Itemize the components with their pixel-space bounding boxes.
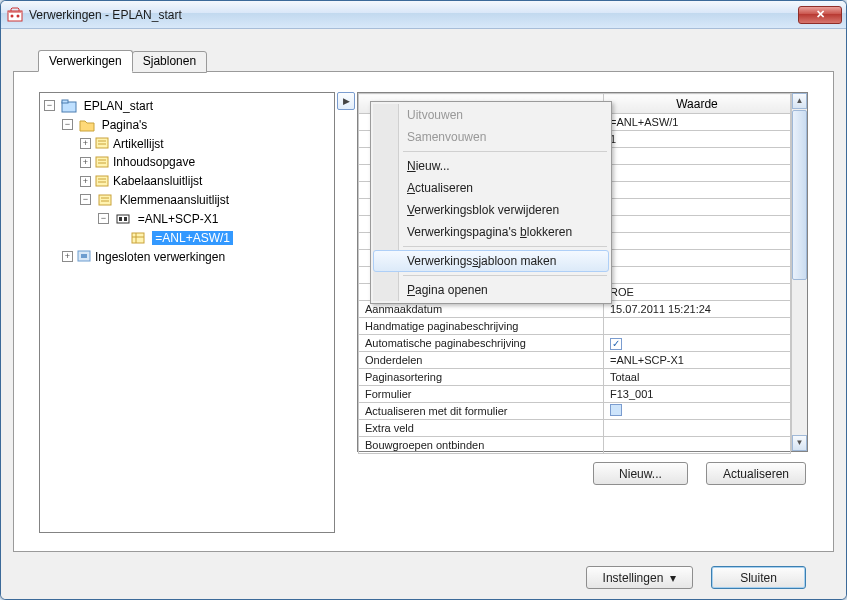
- menu-sjabloon-maken[interactable]: Verwerkingssjabloon maken: [373, 250, 609, 272]
- svg-point-1: [11, 14, 14, 17]
- tab-sjablonen[interactable]: Sjablonen: [132, 51, 207, 73]
- tree-item-selected[interactable]: =ANL+ASW/1: [152, 231, 233, 245]
- prop-value[interactable]: Totaal: [604, 369, 791, 386]
- sluiten-button[interactable]: Sluiten: [711, 566, 806, 589]
- col-header-value[interactable]: Waarde: [604, 94, 791, 114]
- prop-value[interactable]: [604, 165, 791, 182]
- menu-actualiseren[interactable]: Actualiseren: [373, 177, 609, 199]
- svg-rect-17: [117, 215, 129, 223]
- menu-nieuw[interactable]: Nieuw...: [373, 155, 609, 177]
- context-menu[interactable]: Uitvouwen Samenvouwen Nieuw... Actualise…: [370, 101, 612, 304]
- table-row[interactable]: Automatische paginabeschrijving✓: [359, 335, 791, 352]
- svg-rect-8: [96, 157, 108, 167]
- scroll-thumb[interactable]: [792, 110, 807, 280]
- prop-value[interactable]: 1: [604, 131, 791, 148]
- prop-value[interactable]: ✓: [604, 335, 791, 352]
- tree-item[interactable]: Artikellijst: [113, 136, 164, 150]
- table-row[interactable]: Actualiseren met dit formulier: [359, 403, 791, 420]
- window-title: Verwerkingen - EPLAN_start: [29, 8, 798, 22]
- svg-rect-14: [99, 195, 111, 205]
- svg-rect-20: [132, 233, 144, 243]
- collapse-icon[interactable]: −: [44, 100, 55, 111]
- prop-value[interactable]: [604, 437, 791, 454]
- prop-value[interactable]: 15.07.2011 15:21:24: [604, 301, 791, 318]
- svg-point-2: [17, 14, 20, 17]
- menu-pagina-openen[interactable]: Pagina openen: [373, 279, 609, 301]
- vertical-scrollbar[interactable]: ▲ ▼: [791, 93, 807, 451]
- collapse-icon[interactable]: −: [62, 119, 73, 130]
- prop-value[interactable]: [604, 250, 791, 267]
- form-icon: [97, 193, 113, 207]
- prop-value[interactable]: [604, 182, 791, 199]
- svg-rect-24: [81, 254, 87, 258]
- prop-value[interactable]: [604, 318, 791, 335]
- titlebar[interactable]: Verwerkingen - EPLAN_start ✕: [1, 1, 846, 29]
- prop-key: Automatische paginabeschrijving: [359, 335, 604, 352]
- expand-icon[interactable]: +: [80, 176, 91, 187]
- form-icon: [94, 174, 110, 188]
- table-row[interactable]: PaginasorteringTotaal: [359, 369, 791, 386]
- prop-value[interactable]: =ANL+SCP-X1: [604, 352, 791, 369]
- prop-key: Onderdelen: [359, 352, 604, 369]
- menu-pag-blokkeren[interactable]: Verwerkingspagina's blokkeren: [373, 221, 609, 243]
- instellingen-button[interactable]: Instellingen ▾: [586, 566, 693, 589]
- form-icon: [94, 136, 110, 150]
- splitter-toolbar: ▶: [335, 92, 357, 533]
- prop-key: Actualiseren met dit formulier: [359, 403, 604, 420]
- checkbox-icon[interactable]: [610, 404, 622, 416]
- form-icon: [94, 155, 110, 169]
- prop-key: Handmatige paginabeschrijving: [359, 318, 604, 335]
- tree-paginas[interactable]: Pagina's: [102, 118, 148, 132]
- table-row[interactable]: Onderdelen=ANL+SCP-X1: [359, 352, 791, 369]
- app-icon: [7, 7, 23, 23]
- table-row[interactable]: Extra veld: [359, 420, 791, 437]
- tree-panel[interactable]: − EPLAN_start − Pagina's +A: [39, 92, 335, 533]
- checkbox-checked-icon[interactable]: ✓: [610, 338, 622, 350]
- collapse-icon[interactable]: −: [80, 194, 91, 205]
- table-row[interactable]: FormulierF13_001: [359, 386, 791, 403]
- prop-value[interactable]: [604, 199, 791, 216]
- page-icon: [130, 231, 146, 245]
- svg-rect-19: [124, 217, 127, 221]
- collapse-icon[interactable]: −: [98, 213, 109, 224]
- prop-key: Paginasortering: [359, 369, 604, 386]
- table-row[interactable]: Handmatige paginabeschrijving: [359, 318, 791, 335]
- svg-rect-5: [96, 138, 108, 148]
- svg-rect-4: [62, 100, 68, 103]
- table-row[interactable]: Bouwgroepen ontbinden: [359, 437, 791, 454]
- menu-samenvouwen: Samenvouwen: [373, 126, 609, 148]
- folder-icon: [79, 118, 95, 132]
- expand-icon[interactable]: +: [62, 251, 73, 262]
- prop-value[interactable]: F13_001: [604, 386, 791, 403]
- close-button[interactable]: ✕: [798, 6, 842, 24]
- collapse-left-button[interactable]: ▶: [337, 92, 355, 110]
- prop-value[interactable]: [604, 148, 791, 165]
- tree-item[interactable]: =ANL+SCP-X1: [138, 212, 219, 226]
- scroll-up-button[interactable]: ▲: [792, 93, 807, 109]
- block-icon: [115, 212, 131, 226]
- prop-key: Extra veld: [359, 420, 604, 437]
- scroll-down-button[interactable]: ▼: [792, 435, 807, 451]
- tree-item[interactable]: Klemmenaansluitlijst: [120, 193, 229, 207]
- nieuw-button[interactable]: Nieuw...: [593, 462, 688, 485]
- prop-value[interactable]: [604, 233, 791, 250]
- project-icon: [61, 99, 77, 113]
- prop-value[interactable]: ROE: [604, 284, 791, 301]
- prop-key: Formulier: [359, 386, 604, 403]
- prop-value[interactable]: =ANL+ASW/1: [604, 114, 791, 131]
- prop-value[interactable]: [604, 267, 791, 284]
- tab-verwerkingen[interactable]: Verwerkingen: [38, 50, 133, 72]
- actualiseren-button[interactable]: Actualiseren: [706, 462, 806, 485]
- expand-icon[interactable]: +: [80, 138, 91, 149]
- expand-icon[interactable]: +: [80, 157, 91, 168]
- prop-value[interactable]: [604, 420, 791, 437]
- tree-item[interactable]: Kabelaansluitlijst: [113, 174, 202, 188]
- prop-key: Bouwgroepen ontbinden: [359, 437, 604, 454]
- menu-blok-verwijderen[interactable]: Verwerkingsblok verwijderen: [373, 199, 609, 221]
- prop-value[interactable]: [604, 403, 791, 420]
- tree-item[interactable]: Inhoudsopgave: [113, 155, 195, 169]
- tree-item[interactable]: Ingesloten verwerkingen: [95, 249, 225, 263]
- tree-root[interactable]: EPLAN_start: [84, 99, 153, 113]
- prop-value[interactable]: [604, 216, 791, 233]
- embedded-icon: [76, 249, 92, 263]
